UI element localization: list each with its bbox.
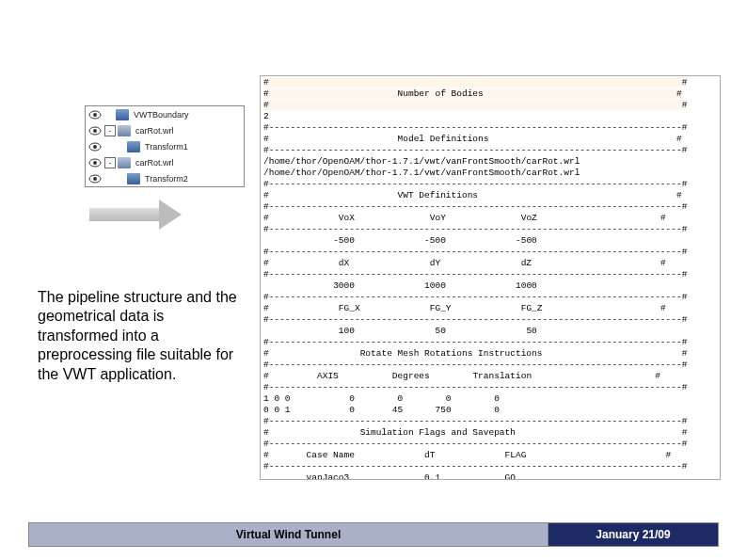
config-file-panel: # # # Number of Bodies # # — [260, 75, 721, 480]
footer-title: Virtual Wind Tunnel — [29, 523, 548, 546]
num-bodies-value: 2 — [263, 111, 269, 121]
section-title: Model Definitions — [398, 134, 489, 144]
svg-point-5 — [93, 145, 97, 149]
tree-row[interactable]: - carRot.wrl — [86, 122, 244, 138]
tree-label: carRot.wrl — [133, 126, 174, 136]
slide-footer: Virtual Wind Tunnel January 21/09 — [28, 522, 719, 547]
tree-label: Transform2 — [142, 174, 188, 184]
svg-point-3 — [93, 129, 97, 133]
svg-point-1 — [93, 113, 97, 117]
eye-icon — [87, 172, 103, 185]
eye-icon — [87, 108, 103, 121]
node-glyph-icon — [118, 125, 131, 136]
model-path: /home/thor/OpenOAM/thor-1.7.1/vwt/vanFro… — [263, 168, 580, 178]
svg-point-7 — [93, 161, 97, 165]
section-title: VWT Definitions — [398, 190, 479, 200]
node-glyph-icon — [127, 141, 140, 152]
footer-date: January 21/09 — [548, 523, 718, 546]
node-glyph-icon — [118, 157, 131, 168]
tree-row[interactable]: Transform1 — [86, 138, 244, 154]
eye-icon — [87, 156, 103, 169]
eye-icon — [87, 124, 103, 137]
tree-row[interactable]: - carRot.wrl — [86, 154, 244, 170]
tree-label: VWTBoundary — [131, 110, 189, 120]
eye-icon — [87, 140, 103, 153]
section-title: Rotate Mesh Rotations Instructions — [360, 348, 543, 359]
pipeline-tree: VWTBoundary - carRot.wrl Transform1 - ca… — [85, 105, 245, 187]
tree-row[interactable]: Transform2 — [86, 170, 244, 186]
tree-label: carRot.wrl — [133, 158, 174, 168]
description-text: The pipeline structure and the geometric… — [38, 288, 245, 384]
section-title: Number of Bodies — [398, 88, 484, 99]
node-glyph-icon — [127, 173, 140, 184]
collapse-toggle[interactable]: - — [104, 157, 116, 168]
svg-point-9 — [93, 177, 97, 181]
collapse-toggle[interactable]: - — [104, 125, 116, 136]
node-glyph-icon — [116, 109, 129, 120]
tree-label: Transform1 — [142, 142, 188, 152]
model-path: /home/thor/OpenOAM/thor-1.7.1/vwt/vanFro… — [263, 156, 580, 167]
arrow-icon — [89, 198, 183, 232]
section-title: Simulation Flags and Savepath — [360, 427, 516, 438]
tree-row[interactable]: VWTBoundary — [86, 106, 244, 122]
